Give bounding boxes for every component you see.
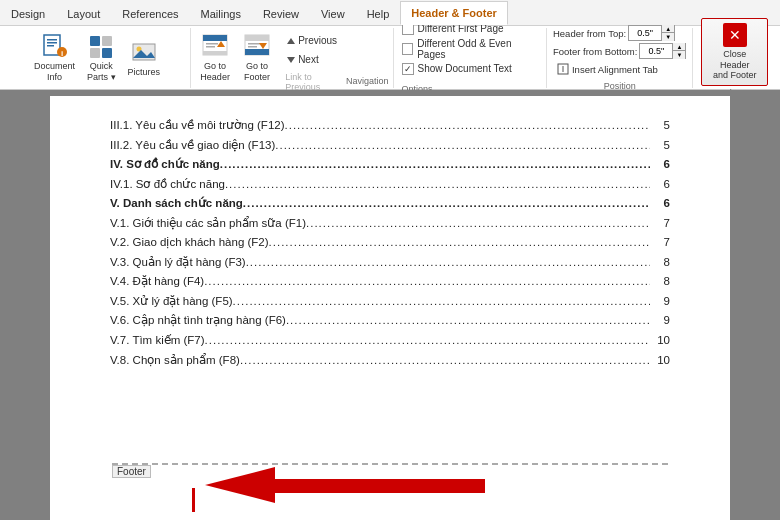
insert-alignment-tab-button[interactable]: Insert Alignment Tab <box>553 61 686 77</box>
toc-line-text: V.6. Cập nhật tình trạng hàng (F6) <box>110 311 286 331</box>
insert-alignment-tab-label: Insert Alignment Tab <box>572 64 658 75</box>
toc-line: IV.1. Sơ đồ chức năng...................… <box>110 175 670 195</box>
svg-rect-22 <box>206 46 215 48</box>
header-from-top-row: Header from Top: ▲ ▼ <box>553 25 686 41</box>
svg-text:i: i <box>60 49 62 58</box>
toc-line-text: V.2. Giao dịch khách hàng (F2) <box>110 233 269 253</box>
header-from-top-input[interactable]: ▲ ▼ <box>628 25 675 41</box>
show-document-text-row[interactable]: ✓ Show Document Text <box>402 63 538 75</box>
text-cursor <box>192 488 195 512</box>
checkmark-icon: ✓ <box>404 64 412 74</box>
tab-help[interactable]: Help <box>356 1 401 25</box>
toc-num: 6 <box>650 155 670 175</box>
goto-header-label: Go toHeader <box>200 61 230 83</box>
footer-from-bottom-field[interactable] <box>640 44 672 58</box>
toc-num: 6 <box>650 175 670 195</box>
tab-view[interactable]: View <box>310 1 356 25</box>
toc-dots: ........................................… <box>286 311 650 326</box>
header-spin-down[interactable]: ▼ <box>662 33 674 41</box>
options-group: Different First Page Different Odd & Eve… <box>394 28 547 88</box>
toc-dots: ........................................… <box>205 331 650 346</box>
tab-references[interactable]: References <box>111 1 189 25</box>
header-from-top-label: Header from Top: <box>553 28 626 39</box>
svg-rect-6 <box>90 36 100 46</box>
svg-rect-27 <box>248 43 260 45</box>
pictures-button[interactable]: Pictures <box>123 36 166 80</box>
goto-header-button[interactable]: Go toHeader <box>195 30 235 86</box>
toc-line: V.4. Đặt hàng (F4)......................… <box>110 272 670 292</box>
toc-line: IV. Sơ đồ chức năng.....................… <box>110 155 670 175</box>
next-icon <box>287 57 295 63</box>
toc-line-text: III.2. Yêu cầu về giao diện (F13) <box>110 136 275 156</box>
toc-line: V.6. Cập nhật tình trạng hàng (F6)......… <box>110 311 670 331</box>
header-spin-up[interactable]: ▲ <box>662 25 674 33</box>
different-odd-even-checkbox[interactable] <box>402 43 414 55</box>
toc-dots: ........................................… <box>269 233 650 248</box>
quick-parts-icon <box>87 33 115 61</box>
footer-spin-arrows: ▲ ▼ <box>672 43 685 59</box>
navigation-group-label: Navigation <box>346 74 389 86</box>
toc-dots: ........................................… <box>306 214 650 229</box>
footer-from-bottom-row: Footer from Bottom: ▲ ▼ <box>553 43 686 59</box>
footer-spin-down[interactable]: ▼ <box>673 51 685 59</box>
svg-rect-19 <box>203 35 227 41</box>
show-document-text-checkbox[interactable]: ✓ <box>402 63 414 75</box>
svg-rect-21 <box>206 43 218 45</box>
close-group: ✕ Close Headerand Footer Close <box>693 28 776 88</box>
footer-from-bottom-input[interactable]: ▲ ▼ <box>639 43 686 59</box>
toc-line: III.2. Yêu cầu về giao diện (F13).......… <box>110 136 670 156</box>
tab-layout[interactable]: Layout <box>56 1 111 25</box>
svg-rect-32 <box>265 479 485 493</box>
toc-dots: ........................................… <box>240 351 650 366</box>
toc-line: V.8. Chọn sản phẩm (F8).................… <box>110 351 670 371</box>
toc-line-text: IV.1. Sơ đồ chức năng <box>110 175 225 195</box>
tab-design[interactable]: Design <box>0 1 56 25</box>
toc-num: 8 <box>650 272 670 292</box>
toc-dots: ........................................… <box>233 292 650 307</box>
svg-rect-1 <box>47 39 57 41</box>
close-header-footer-label: Close Headerand Footer <box>708 49 761 81</box>
svg-marker-33 <box>205 467 275 503</box>
toc-num: 10 <box>650 351 670 371</box>
toc-line: V.2. Giao dịch khách hàng (F2)..........… <box>110 233 670 253</box>
toc-line-text: IV. Sơ đồ chức năng <box>110 155 220 175</box>
document-info-button[interactable]: i DocumentInfo <box>29 30 80 86</box>
close-header-footer-button[interactable]: ✕ Close Headerand Footer <box>701 18 768 86</box>
position-group: Header from Top: ▲ ▼ Footer from Bottom:… <box>547 28 693 88</box>
toc-dots: ........................................… <box>220 155 650 170</box>
next-button[interactable]: Next <box>281 51 346 68</box>
toc-dots: ........................................… <box>204 272 650 287</box>
goto-header-icon <box>201 33 229 61</box>
svg-rect-7 <box>102 36 112 46</box>
svg-rect-3 <box>47 45 54 47</box>
svg-rect-25 <box>245 35 269 41</box>
red-arrow <box>205 465 525 508</box>
svg-rect-8 <box>90 48 100 58</box>
different-odd-even-row[interactable]: Different Odd & Even Pages <box>402 38 538 60</box>
toc-line-text: V.3. Quản lý đặt hàng (F3) <box>110 253 246 273</box>
document-info-icon: i <box>41 33 69 61</box>
footer-spin-up[interactable]: ▲ <box>673 43 685 51</box>
document-page: III.1. Yêu cầu về môi trường (F12)......… <box>50 96 730 520</box>
toc-line: V.3. Quản lý đặt hàng (F3)..............… <box>110 253 670 273</box>
header-from-top-field[interactable] <box>629 26 661 40</box>
previous-button[interactable]: Previous <box>281 32 346 49</box>
tab-mailings[interactable]: Mailings <box>190 1 252 25</box>
tab-header-footer[interactable]: Header & Footer <box>400 1 508 25</box>
goto-footer-label: Go toFooter <box>244 61 270 83</box>
toc-num: 9 <box>650 311 670 331</box>
toc-line: V.1. Giới thiệu các sản phẩm sữa (F1)...… <box>110 214 670 234</box>
toc-line: V. Danh sách chức năng..................… <box>110 194 670 214</box>
svg-rect-28 <box>248 46 257 48</box>
toc-line: V.5. Xử lý đặt hàng (F5)................… <box>110 292 670 312</box>
quick-parts-button[interactable]: QuickParts ▾ <box>82 30 121 86</box>
toc-dots: ........................................… <box>243 194 650 209</box>
svg-rect-26 <box>245 49 269 55</box>
different-odd-even-label: Different Odd & Even Pages <box>417 38 538 60</box>
toc-line-text: V.8. Chọn sản phẩm (F8) <box>110 351 240 371</box>
goto-footer-button[interactable]: Go toFooter <box>237 30 277 86</box>
next-label: Next <box>298 54 319 65</box>
toc-line-text: V. Danh sách chức năng <box>110 194 243 214</box>
toc-num: 7 <box>650 233 670 253</box>
tab-review[interactable]: Review <box>252 1 310 25</box>
